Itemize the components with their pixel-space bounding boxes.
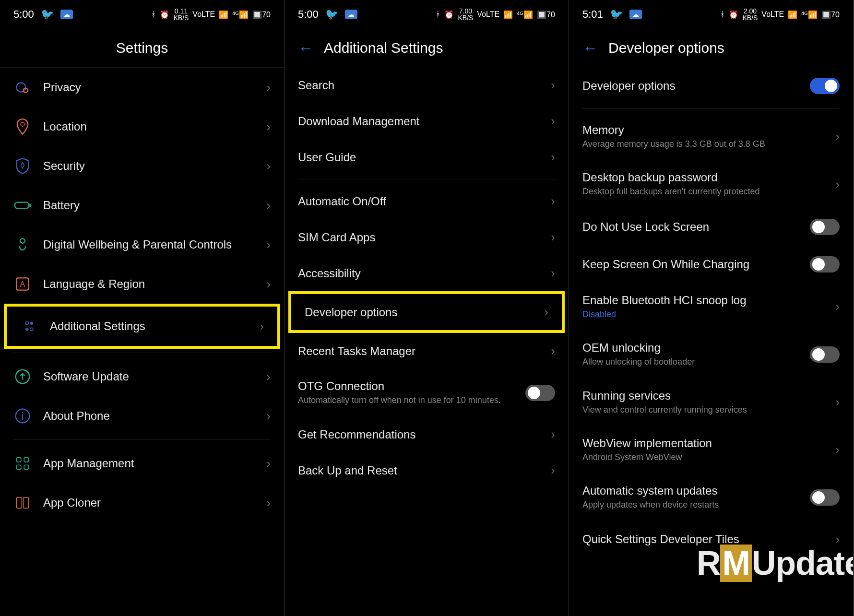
autoupdates-toggle[interactable] xyxy=(810,489,840,506)
oem-toggle[interactable] xyxy=(810,346,840,363)
row-software-update[interactable]: Software Update › xyxy=(0,357,284,396)
battery-icon: 🔲70 xyxy=(537,10,555,19)
svg-point-8 xyxy=(25,322,28,325)
row-keep-screen-on[interactable]: Keep Screen On While Charging xyxy=(569,246,853,283)
notification-icon: ☁ xyxy=(345,10,357,19)
row-label: Digital Wellbeing & Parental Controls xyxy=(43,238,255,251)
row-about-phone[interactable]: i About Phone › xyxy=(0,396,284,436)
row-label: Privacy xyxy=(43,81,255,94)
svg-point-2 xyxy=(21,122,24,126)
chevron-right-icon: › xyxy=(266,409,271,424)
back-arrow-icon[interactable]: ← xyxy=(582,39,598,57)
row-memory[interactable]: MemoryAverage memory usage is 3.3 GB out… xyxy=(569,113,853,160)
row-otg-connection[interactable]: OTG ConnectionAutomatically turn off whe… xyxy=(285,369,569,416)
page-header: ← Additional Settings xyxy=(285,29,569,67)
alarm-icon: ⏰ xyxy=(160,10,169,19)
row-no-lockscreen[interactable]: Do Not Use Lock Screen xyxy=(569,208,853,246)
battery-icon: 🔲70 xyxy=(821,10,840,19)
chevron-right-icon: › xyxy=(551,194,555,209)
page-header: Settings xyxy=(0,29,284,67)
chevron-right-icon: › xyxy=(835,177,840,192)
developer-toggle[interactable] xyxy=(810,78,840,94)
row-label: App Cloner xyxy=(43,496,255,509)
chevron-right-icon: › xyxy=(835,395,840,410)
chevron-right-icon: › xyxy=(266,456,271,471)
svg-point-10 xyxy=(25,328,28,331)
row-sim-card-apps[interactable]: SIM Card Apps› xyxy=(285,219,569,255)
row-battery[interactable]: Battery › xyxy=(0,186,284,225)
phone-developer-options: 5:01 🐦 ☁ ᚼ ⏰ 2.00KB/S VoLTE 📶 ⁴ᴳ📶 🔲70 ← … xyxy=(569,0,854,616)
status-bar: 5:00 🐦 ☁ ᚼ ⏰ 0.11KB/S VoLTE 📶 ⁴ᴳ📶 🔲70 xyxy=(0,0,284,29)
chevron-right-icon: › xyxy=(551,114,555,129)
svg-point-11 xyxy=(30,328,33,331)
twitter-icon: 🐦 xyxy=(41,8,54,21)
row-auto-onoff[interactable]: Automatic On/Off› xyxy=(285,183,569,219)
additional-list: Search› Download Management› User Guide›… xyxy=(285,67,569,488)
chevron-right-icon: › xyxy=(835,129,840,144)
row-search[interactable]: Search› xyxy=(285,67,569,103)
volte-icon: VoLTE xyxy=(761,10,784,19)
svg-rect-16 xyxy=(24,457,29,462)
signal-icon: 📶 xyxy=(788,10,797,19)
row-language[interactable]: A Language & Region › xyxy=(0,264,284,304)
chevron-right-icon: › xyxy=(551,230,555,245)
keepscreen-toggle[interactable] xyxy=(810,256,840,272)
update-icon xyxy=(13,367,32,386)
twitter-icon: 🐦 xyxy=(610,8,623,21)
lockscreen-toggle[interactable] xyxy=(810,219,840,235)
status-bar: 5:00 🐦 ☁ ᚼ ⏰ 7.00KB/S VoLTE 📶 ⁴ᴳ📶 🔲70 xyxy=(285,0,569,29)
row-developer-options[interactable]: Developer options› xyxy=(291,294,562,330)
svg-text:A: A xyxy=(20,280,25,288)
back-arrow-icon[interactable]: ← xyxy=(298,39,313,57)
row-label: Battery xyxy=(43,199,255,212)
status-right: ᚼ ⏰ 2.00KB/S VoLTE 📶 ⁴ᴳ📶 🔲70 xyxy=(720,8,840,21)
row-user-guide[interactable]: User Guide› xyxy=(285,139,569,175)
row-backup-reset[interactable]: Back Up and Reset› xyxy=(285,452,569,488)
page-title: Developer options xyxy=(608,40,724,56)
bluetooth-icon: ᚼ xyxy=(151,10,156,19)
status-bar: 5:01 🐦 ☁ ᚼ ⏰ 2.00KB/S VoLTE 📶 ⁴ᴳ📶 🔲70 xyxy=(569,0,853,29)
row-app-cloner[interactable]: App Cloner › xyxy=(0,483,284,522)
row-auto-updates[interactable]: Automatic system updatesApply updates wh… xyxy=(569,474,853,521)
signal-4g-icon: ⁴ᴳ📶 xyxy=(232,10,249,19)
row-desktop-backup[interactable]: Desktop backup passwordDesktop full back… xyxy=(569,160,853,208)
row-label: Software Update xyxy=(43,370,255,383)
security-icon xyxy=(13,157,32,175)
battery-icon: 🔲70 xyxy=(252,10,271,19)
page-title: Additional Settings xyxy=(324,40,443,56)
row-running-services[interactable]: Running servicesView and control current… xyxy=(569,379,853,426)
row-oem-unlocking[interactable]: OEM unlockingAllow unlocking of bootload… xyxy=(569,331,853,378)
bluetooth-icon: ᚼ xyxy=(720,10,725,19)
row-label: App Management xyxy=(43,457,255,470)
signal-4g-icon: ⁴ᴳ📶 xyxy=(801,10,818,19)
row-label: Location xyxy=(43,120,255,133)
row-app-management[interactable]: App Management › xyxy=(0,444,284,483)
cloner-icon xyxy=(13,494,32,512)
svg-rect-20 xyxy=(24,498,29,508)
row-developer-toggle[interactable]: Developer options xyxy=(569,67,853,105)
row-privacy[interactable]: Privacy › xyxy=(0,68,284,107)
developer-list: Developer options MemoryAverage memory u… xyxy=(569,67,853,557)
status-time: 5:00 xyxy=(298,8,319,21)
row-webview[interactable]: WebView implementationAndroid System Web… xyxy=(569,426,853,474)
settings-list: Privacy › Location › Security › Battery … xyxy=(0,68,284,522)
row-bt-hci-snoop[interactable]: Enable Bluetooth HCI snoop logDisabled › xyxy=(569,283,853,331)
wellbeing-icon xyxy=(13,236,32,254)
row-label: Additional Settings xyxy=(50,320,248,333)
otg-toggle[interactable] xyxy=(525,385,555,401)
row-security[interactable]: Security › xyxy=(0,146,284,186)
row-additional-settings[interactable]: Additional Settings › xyxy=(7,307,277,346)
row-accessibility[interactable]: Accessibility› xyxy=(285,255,569,291)
row-recent-tasks[interactable]: Recent Tasks Manager› xyxy=(285,333,569,369)
chevron-right-icon: › xyxy=(551,463,555,478)
row-get-recommendations[interactable]: Get Recommendations› xyxy=(285,416,569,452)
page-header: ← Developer options xyxy=(569,29,853,67)
chevron-right-icon: › xyxy=(260,319,264,334)
row-download-management[interactable]: Download Management› xyxy=(285,103,569,139)
chevron-right-icon: › xyxy=(266,119,271,134)
svg-point-5 xyxy=(20,238,25,243)
status-right: ᚼ ⏰ 0.11KB/S VoLTE 📶 ⁴ᴳ📶 🔲70 xyxy=(151,8,271,21)
svg-rect-17 xyxy=(16,465,21,470)
row-wellbeing[interactable]: Digital Wellbeing & Parental Controls › xyxy=(0,225,284,264)
row-location[interactable]: Location › xyxy=(0,107,284,146)
